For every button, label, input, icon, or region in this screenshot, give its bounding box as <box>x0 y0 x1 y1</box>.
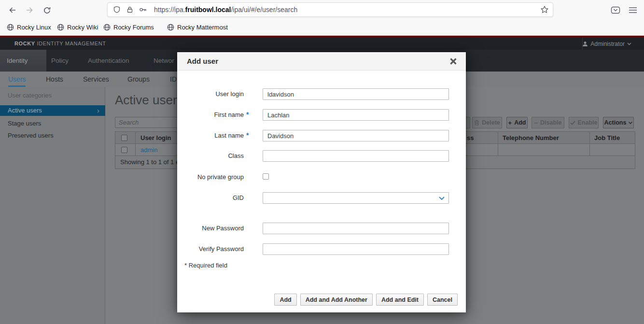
nav-tab-policy[interactable]: Policy <box>51 50 69 71</box>
modal-title: Add user <box>187 52 218 70</box>
page-title: Active users <box>115 93 183 108</box>
nav-tab-network[interactable]: Networ <box>154 50 174 71</box>
col-telephone: Telephone Number <box>503 132 559 144</box>
enable-button[interactable]: Enable <box>569 117 599 128</box>
user-link-admin[interactable]: admin <box>140 144 157 156</box>
url-bar[interactable]: https://ipa.fruitbowl.local/ipa/ui/#/e/u… <box>107 2 553 17</box>
minus-icon: − <box>534 120 538 126</box>
field-label-new-password: New Password <box>177 223 244 234</box>
bookmark-label: Rocky Mattermost <box>177 24 228 31</box>
check-icon <box>570 121 575 125</box>
bookmark-label: Rocky Wiki <box>67 24 98 31</box>
column-divider <box>589 132 590 156</box>
delete-button[interactable]: Delete <box>472 117 502 128</box>
col-user-login: User login <box>140 132 171 144</box>
last-name-input[interactable] <box>263 130 449 141</box>
nav-tab-identity[interactable]: Identity <box>7 50 28 71</box>
brand-rest: IDENTITY MANAGEMENT <box>35 41 106 46</box>
url-domain: fruitbowl.local <box>185 6 231 14</box>
subnav-tab-groups[interactable]: Groups <box>127 72 150 87</box>
col-email-fragment: ss <box>467 132 474 144</box>
bookmark-star-button[interactable] <box>540 5 549 14</box>
modal-header: Add user <box>177 52 466 70</box>
browser-toolbar: https://ipa.fruitbowl.local/ipa/ui/#/e/u… <box>0 0 644 36</box>
brand-bold: ROCKY <box>14 41 35 46</box>
masthead: ROCKY IDENTITY MANAGEMENT Administrator <box>0 38 644 50</box>
column-divider <box>498 132 498 156</box>
field-label-first-name: First name <box>177 109 244 121</box>
button-label: Add <box>514 119 526 126</box>
button-label: Delete <box>482 119 500 126</box>
sidebar-item-preserved-users[interactable]: Preserved users <box>8 132 54 139</box>
url-prefix: https://ipa. <box>154 6 185 14</box>
url-text: https://ipa.fruitbowl.local/ipa/ui/#/e/u… <box>154 6 297 14</box>
tracking-shield-icon[interactable] <box>113 6 121 14</box>
back-arrow-icon <box>8 6 16 14</box>
field-label-gid: GID <box>177 192 244 204</box>
screen: https://ipa.fruitbowl.local/ipa/ui/#/e/u… <box>0 0 644 324</box>
add-and-add-another-button[interactable]: Add and Add Another <box>300 294 373 306</box>
button-label: Actions <box>604 119 627 126</box>
reload-button[interactable] <box>41 4 53 16</box>
cancel-button[interactable]: Cancel <box>427 294 458 306</box>
row-checkbox[interactable] <box>121 147 127 153</box>
subnav-tab-id[interactable]: ID <box>170 72 177 87</box>
https-lock-icon[interactable] <box>126 6 134 14</box>
user-login-input[interactable] <box>263 88 449 100</box>
add-confirm-button[interactable]: Add <box>274 294 296 306</box>
bookmark-rocky-linux[interactable]: Rocky Linux <box>7 22 51 33</box>
hamburger-icon <box>629 7 637 14</box>
menu-button[interactable] <box>627 4 639 16</box>
subnav-tab-hosts[interactable]: Hosts <box>46 72 63 87</box>
plus-icon: + <box>508 120 512 126</box>
sidebar-heading: User categories <box>8 92 52 99</box>
nav-tab-authentication[interactable]: Authentication <box>88 50 129 71</box>
url-path: /ipa/ui/#/e/user/search <box>231 6 297 14</box>
sidebar-item-active-users[interactable]: Active users › <box>0 105 105 116</box>
star-icon <box>540 5 549 14</box>
add-button[interactable]: + Add <box>506 117 528 128</box>
required-field-note: * Required field <box>184 262 227 269</box>
class-input[interactable] <box>263 150 449 162</box>
trash-icon <box>474 120 479 126</box>
modal-footer: Add Add and Add Another Add and Edit Can… <box>274 294 458 306</box>
actions-dropdown-button[interactable]: Actions <box>603 117 634 128</box>
back-button[interactable] <box>6 4 18 16</box>
chevron-down-icon <box>627 42 631 45</box>
globe-icon <box>103 24 111 31</box>
chevron-right-icon: › <box>97 105 99 115</box>
sidebar-item-label: Active users <box>8 105 42 116</box>
disable-button[interactable]: − Disable <box>532 117 564 128</box>
reload-icon <box>43 6 51 14</box>
bookmark-rocky-mattermost[interactable]: Rocky Mattermost <box>167 22 228 33</box>
subnav-tab-services[interactable]: Services <box>83 72 109 87</box>
add-user-modal: Add user User login First name * Last na… <box>177 52 466 312</box>
pocket-button[interactable] <box>609 4 622 16</box>
add-and-edit-button[interactable]: Add and Edit <box>376 294 424 306</box>
new-password-input[interactable] <box>263 223 449 234</box>
chevron-down-icon <box>439 197 445 200</box>
sidebar-item-stage-users[interactable]: Stage users <box>8 120 41 127</box>
col-job-title: Job Title <box>594 132 620 144</box>
sidebar: User categories Active users › Stage use… <box>0 87 105 324</box>
field-label-class: Class <box>177 150 244 162</box>
bookmark-label: Rocky Linux <box>17 24 51 31</box>
globe-icon <box>57 24 64 31</box>
saved-login-key-icon[interactable] <box>139 6 147 14</box>
bookmark-rocky-forums[interactable]: Rocky Forums <box>103 22 154 33</box>
close-button[interactable] <box>449 57 457 65</box>
forward-button[interactable] <box>23 4 36 16</box>
table-summary: Showing 1 to 1 of 1 e <box>120 156 179 169</box>
select-all-checkbox[interactable] <box>121 135 127 141</box>
app-brand: ROCKY IDENTITY MANAGEMENT <box>14 38 106 50</box>
bookmark-rocky-wiki[interactable]: Rocky Wiki <box>57 22 98 33</box>
first-name-input[interactable] <box>263 109 449 121</box>
button-label: Enable <box>578 119 598 126</box>
gid-select[interactable] <box>263 192 449 204</box>
bookmark-label: Rocky Forums <box>113 24 154 31</box>
user-menu[interactable]: Administrator <box>582 38 631 50</box>
column-divider <box>135 132 136 156</box>
verify-password-input[interactable] <box>263 243 449 255</box>
close-icon <box>449 57 457 65</box>
no-private-group-checkbox[interactable] <box>263 173 269 180</box>
